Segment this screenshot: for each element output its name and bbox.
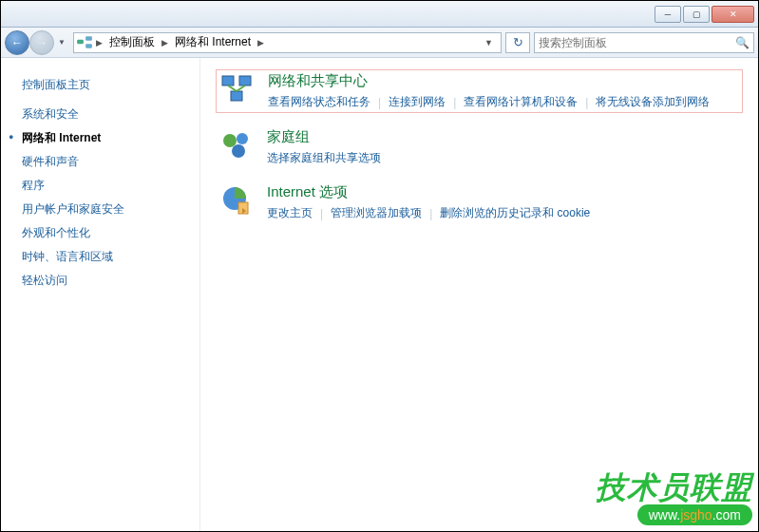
main-panel: 网络和共享中心查看网络状态和任务|连接到网络|查看网络计算机和设备|将无线设备添… (200, 58, 758, 532)
category-link[interactable]: 查看网络计算机和设备 (464, 94, 578, 110)
maximize-button[interactable]: ▢ (683, 6, 710, 23)
address-bar[interactable]: ▶ 控制面板 ▶ 网络和 Internet ▶ ▼ (73, 32, 502, 53)
sidebar-item[interactable]: 硬件和声音 (22, 154, 190, 170)
category-link[interactable]: 选择家庭组和共享选项 (267, 150, 381, 166)
category-body: 家庭组选择家庭组和共享选项 (267, 128, 739, 166)
chevron-right-icon[interactable]: ▶ (159, 38, 171, 48)
category: Internet 选项更改主页|管理浏览器加载项|删除浏览的历史记录和 cook… (219, 183, 739, 221)
separator: | (585, 96, 588, 109)
category-link[interactable]: 删除浏览的历史记录和 cookie (440, 205, 590, 221)
svg-rect-3 (222, 76, 234, 86)
svg-point-9 (237, 133, 248, 144)
category-link[interactable]: 将无线设备添加到网络 (596, 94, 710, 110)
control-panel-window: ─ ▢ ✕ ← → ▼ ▶ 控制面板 ▶ 网络和 Internet ▶ ▼ ↻ … (0, 0, 759, 532)
minimize-button[interactable]: ─ (655, 6, 681, 23)
back-button[interactable]: ← (5, 30, 29, 55)
svg-rect-1 (85, 36, 92, 41)
svg-point-10 (232, 144, 245, 158)
svg-rect-4 (239, 76, 251, 86)
nav-arrows: ← → ▼ (5, 30, 69, 55)
separator: | (378, 96, 381, 109)
category-body: Internet 选项更改主页|管理浏览器加载项|删除浏览的历史记录和 cook… (267, 183, 739, 221)
separator: | (320, 207, 323, 220)
sidebar-item[interactable]: 程序 (22, 178, 190, 194)
category-link[interactable]: 管理浏览器加载项 (331, 205, 422, 221)
category-title[interactable]: Internet 选项 (267, 183, 739, 201)
sidebar-item[interactable]: 用户帐户和家庭安全 (22, 201, 190, 218)
sidebar-item[interactable]: 轻松访问 (22, 273, 190, 289)
history-dropdown[interactable]: ▼ (54, 30, 69, 55)
category-icon (219, 128, 254, 162)
svg-line-6 (228, 86, 237, 91)
separator: | (453, 96, 456, 109)
breadcrumb-seg-2[interactable]: 网络和 Internet (171, 33, 255, 52)
chevron-right-icon[interactable]: ▶ (255, 38, 267, 48)
navbar: ← → ▼ ▶ 控制面板 ▶ 网络和 Internet ▶ ▼ ↻ 🔍 (1, 28, 758, 58)
content: 控制面板主页 系统和安全网络和 Internet硬件和声音程序用户帐户和家庭安全… (1, 58, 758, 532)
chevron-right-icon[interactable]: ▶ (93, 38, 105, 48)
search-icon[interactable]: 🔍 (735, 36, 750, 49)
sidebar-item[interactable]: 系统和安全 (22, 106, 190, 123)
category-body: 网络和共享中心查看网络状态和任务|连接到网络|查看网络计算机和设备|将无线设备添… (268, 72, 738, 110)
sidebar-item[interactable]: 外观和个性化 (22, 225, 190, 241)
category-links: 选择家庭组和共享选项 (267, 150, 739, 166)
category-link[interactable]: 连接到网络 (389, 94, 446, 110)
svg-rect-5 (231, 91, 242, 101)
address-dropdown[interactable]: ▼ (479, 38, 499, 48)
svg-line-7 (237, 86, 245, 91)
sidebar-title[interactable]: 控制面板主页 (22, 77, 190, 93)
separator: | (429, 207, 432, 220)
category-links: 查看网络状态和任务|连接到网络|查看网络计算机和设备|将无线设备添加到网络 (268, 94, 738, 110)
category-icon (219, 183, 254, 218)
category-title[interactable]: 家庭组 (267, 128, 739, 146)
sidebar-list: 系统和安全网络和 Internet硬件和声音程序用户帐户和家庭安全外观和个性化时… (22, 106, 190, 289)
svg-rect-0 (77, 39, 84, 44)
category-title[interactable]: 网络和共享中心 (268, 72, 738, 90)
sidebar: 控制面板主页 系统和安全网络和 Internet硬件和声音程序用户帐户和家庭安全… (1, 58, 200, 532)
category: 家庭组选择家庭组和共享选项 (219, 128, 739, 166)
sidebar-item[interactable]: 网络和 Internet (22, 130, 190, 146)
search-box[interactable]: 🔍 (534, 32, 754, 53)
address-icon (76, 34, 93, 51)
window-controls: ─ ▢ ✕ (655, 6, 754, 23)
refresh-button[interactable]: ↻ (505, 32, 530, 53)
sidebar-item[interactable]: 时钟、语言和区域 (22, 249, 190, 265)
category-link[interactable]: 查看网络状态和任务 (268, 94, 370, 110)
titlebar: ─ ▢ ✕ (1, 1, 758, 28)
forward-button[interactable]: → (29, 30, 54, 55)
category-link[interactable]: 更改主页 (267, 205, 313, 221)
close-button[interactable]: ✕ (712, 6, 754, 23)
category-icon (220, 72, 255, 106)
search-input[interactable] (539, 36, 735, 49)
svg-point-8 (223, 134, 237, 147)
breadcrumb-seg-1[interactable]: 控制面板 (105, 33, 159, 52)
category-links: 更改主页|管理浏览器加载项|删除浏览的历史记录和 cookie (267, 205, 739, 221)
svg-rect-2 (85, 44, 92, 48)
category: 网络和共享中心查看网络状态和任务|连接到网络|查看网络计算机和设备|将无线设备添… (216, 69, 743, 113)
